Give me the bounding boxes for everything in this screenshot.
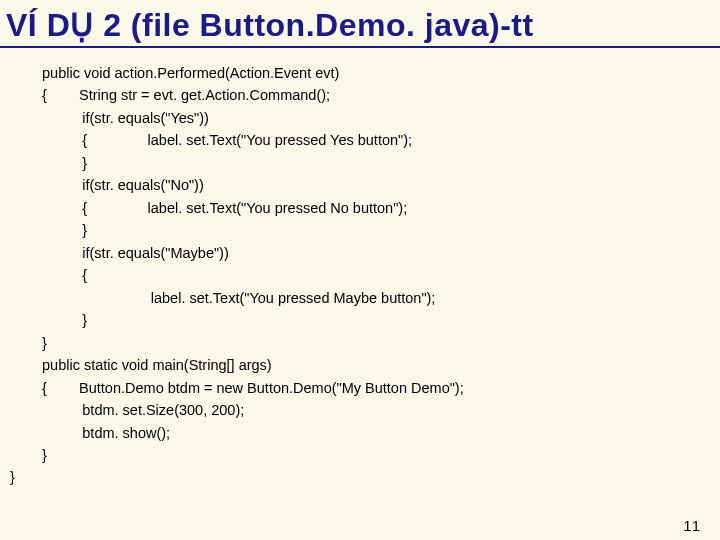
code-line: btdm. show(); <box>42 422 720 444</box>
code-line: } <box>42 309 720 331</box>
code-line: } <box>42 332 720 354</box>
code-line: { label. set.Text("You pressed Yes butto… <box>42 129 720 151</box>
page-number: 11 <box>683 517 700 534</box>
code-line: } <box>42 152 720 174</box>
code-line: label. set.Text("You pressed Maybe butto… <box>42 287 720 309</box>
code-line: { label. set.Text("You pressed No button… <box>42 197 720 219</box>
code-line: if(str. equals("No")) <box>42 174 720 196</box>
code-line: { String str = evt. get.Action.Command()… <box>42 84 720 106</box>
slide-title: VÍ DỤ 2 (file Button.Demo. java)-tt <box>0 0 720 48</box>
code-line: } <box>42 219 720 241</box>
code-line: public static void main(String[] args) <box>42 354 720 376</box>
code-line: if(str. equals("Yes")) <box>42 107 720 129</box>
code-line: } <box>42 444 720 466</box>
code-line: { Button.Demo btdm = new Button.Demo("My… <box>42 377 720 399</box>
code-block: public void action.Performed(Action.Even… <box>0 48 720 466</box>
code-line: { <box>42 264 720 286</box>
closing-brace: } <box>0 466 720 488</box>
code-line: btdm. set.Size(300, 200); <box>42 399 720 421</box>
code-line: if(str. equals("Maybe")) <box>42 242 720 264</box>
code-line: public void action.Performed(Action.Even… <box>42 62 720 84</box>
